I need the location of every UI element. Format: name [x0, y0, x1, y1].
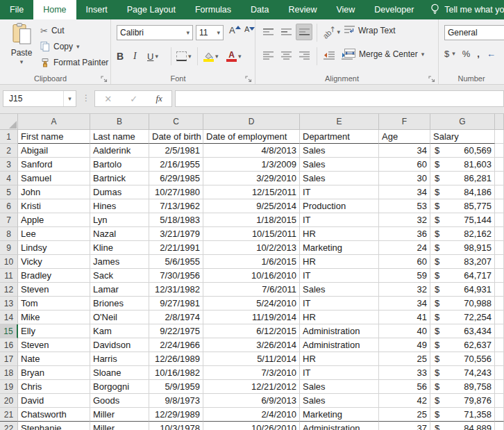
- cell-F14[interactable]: 41: [379, 311, 430, 324]
- cell-E19[interactable]: Sales: [300, 380, 379, 394]
- cell-C1[interactable]: Date of birth: [149, 130, 203, 144]
- cell-B3[interactable]: Bartolo: [90, 158, 149, 172]
- cell-E10[interactable]: HR: [300, 255, 379, 269]
- cancel-icon[interactable]: ✕: [104, 94, 112, 104]
- cell-x8[interactable]: [495, 227, 504, 241]
- cell-A14[interactable]: Mike: [18, 311, 90, 324]
- row-header-7[interactable]: 7: [0, 213, 18, 227]
- cell-B20[interactable]: Goods: [90, 394, 149, 408]
- name-box[interactable]: J15 ▾: [3, 90, 76, 107]
- cell-F10[interactable]: 60: [379, 255, 430, 269]
- cell-D22[interactable]: 10/26/2010: [203, 422, 300, 430]
- cell-x4[interactable]: [495, 172, 504, 185]
- format-painter-button[interactable]: Format Painter: [40, 56, 108, 69]
- cell-D6[interactable]: 9/25/2014: [203, 199, 300, 213]
- cell-B1[interactable]: Last name: [90, 130, 149, 144]
- cell-B16[interactable]: Davidson: [90, 338, 149, 352]
- font-color-button[interactable]: A ▾: [226, 49, 242, 64]
- cell-G4[interactable]: $86,281: [430, 172, 495, 185]
- cell-C14[interactable]: 2/8/1974: [149, 311, 203, 324]
- cell-A22[interactable]: Stephanie: [18, 422, 90, 430]
- cell-C8[interactable]: 3/21/1979: [149, 227, 203, 241]
- cell-B10[interactable]: James: [90, 255, 149, 269]
- tab-formulas[interactable]: Formulas: [185, 0, 241, 19]
- cell-C19[interactable]: 5/9/1959: [149, 380, 203, 394]
- column-header-G[interactable]: G: [430, 114, 495, 130]
- cell-C9[interactable]: 2/21/1991: [149, 241, 203, 255]
- underline-button[interactable]: U▾: [147, 49, 158, 64]
- cell-D15[interactable]: 6/12/2015: [203, 324, 300, 338]
- decrease-indent-button[interactable]: [321, 47, 337, 64]
- cell-A6[interactable]: Kristi: [18, 199, 90, 213]
- row-header-2[interactable]: 2: [0, 144, 18, 158]
- cell-D20[interactable]: 6/9/2013: [203, 394, 300, 408]
- row-header-5[interactable]: 5: [0, 185, 18, 199]
- tab-review[interactable]: Review: [278, 0, 326, 19]
- cell-G10[interactable]: $83,207: [430, 255, 495, 269]
- cell-D7[interactable]: 1/18/2015: [203, 213, 300, 227]
- cell-D19[interactable]: 12/21/2012: [203, 380, 300, 394]
- cell-E5[interactable]: IT: [300, 185, 379, 199]
- cell-D1[interactable]: Date of employment: [203, 130, 300, 144]
- cell-B6[interactable]: Hines: [90, 199, 149, 213]
- cell-G19[interactable]: $89,758: [430, 380, 495, 394]
- cell-D18[interactable]: 7/3/2010: [203, 366, 300, 380]
- cell-G18[interactable]: $74,243: [430, 366, 495, 380]
- font-dialog-launcher-icon[interactable]: [245, 75, 252, 82]
- cell-F9[interactable]: 24: [379, 241, 430, 255]
- name-box-dropdown-arrow[interactable]: ▾: [63, 91, 76, 106]
- cell-G13[interactable]: $70,988: [430, 297, 495, 311]
- borders-button[interactable]: ▾: [176, 49, 192, 64]
- cell-G16[interactable]: $62,637: [430, 338, 495, 352]
- cell-C17[interactable]: 12/26/1989: [149, 352, 203, 366]
- cell-D4[interactable]: 3/29/2010: [203, 172, 300, 185]
- cell-E3[interactable]: Sales: [300, 158, 379, 172]
- cell-A15[interactable]: Elly: [18, 324, 90, 338]
- tell-me-box[interactable]: Tell me what you: [423, 0, 504, 19]
- cell-x5[interactable]: [495, 185, 504, 199]
- tab-page-layout[interactable]: Page Layout: [117, 0, 185, 19]
- cell-G5[interactable]: $84,186: [430, 185, 495, 199]
- cell-G20[interactable]: $79,876: [430, 394, 495, 408]
- cell-E8[interactable]: HR: [300, 227, 379, 241]
- cell-D17[interactable]: 5/11/2014: [203, 352, 300, 366]
- cell-x2[interactable]: [495, 144, 504, 158]
- row-header-8[interactable]: 8: [0, 227, 18, 241]
- cell-B22[interactable]: Miller: [90, 422, 149, 430]
- italic-button[interactable]: I: [133, 49, 137, 64]
- cell-B12[interactable]: Lamar: [90, 283, 149, 297]
- cell-F12[interactable]: 32: [379, 283, 430, 297]
- cell-x18[interactable]: [495, 366, 504, 380]
- cell-D2[interactable]: 4/8/2013: [203, 144, 300, 158]
- font-size-combo[interactable]: 11 ▾: [196, 25, 224, 40]
- cell-A9[interactable]: Lindsy: [18, 241, 90, 255]
- cell-C6[interactable]: 7/13/1962: [149, 199, 203, 213]
- cell-G22[interactable]: $84,889: [430, 422, 495, 430]
- cell-D9[interactable]: 10/2/2013: [203, 241, 300, 255]
- cell-E1[interactable]: Department: [300, 130, 379, 144]
- cell-C10[interactable]: 5/6/1955: [149, 255, 203, 269]
- column-header-A[interactable]: A: [18, 114, 90, 130]
- cell-C5[interactable]: 10/27/1980: [149, 185, 203, 199]
- cell-F1[interactable]: Age: [379, 130, 430, 144]
- row-header-11[interactable]: 11: [0, 269, 18, 283]
- tab-file[interactable]: File: [0, 0, 33, 19]
- wrap-text-button[interactable]: Wrap Text: [344, 25, 396, 36]
- cell-G17[interactable]: $70,556: [430, 352, 495, 366]
- cell-C4[interactable]: 6/29/1985: [149, 172, 203, 185]
- cell-E13[interactable]: IT: [300, 297, 379, 311]
- copy-button[interactable]: Copy ▾: [40, 40, 80, 53]
- cell-B2[interactable]: Aalderink: [90, 144, 149, 158]
- cell-x22[interactable]: [495, 422, 504, 430]
- cell-F8[interactable]: 36: [379, 227, 430, 241]
- tab-data[interactable]: Data: [241, 0, 278, 19]
- cell-A7[interactable]: Apple: [18, 213, 90, 227]
- cell-B17[interactable]: Harris: [90, 352, 149, 366]
- row-header-19[interactable]: 19: [0, 380, 18, 394]
- cell-E21[interactable]: Marketing: [300, 408, 379, 422]
- row-header-12[interactable]: 12: [0, 283, 18, 297]
- cell-A8[interactable]: Lee: [18, 227, 90, 241]
- merge-center-dropdown-arrow[interactable]: ▾: [421, 51, 425, 58]
- cell-B8[interactable]: Nazal: [90, 227, 149, 241]
- cell-E4[interactable]: Sales: [300, 172, 379, 185]
